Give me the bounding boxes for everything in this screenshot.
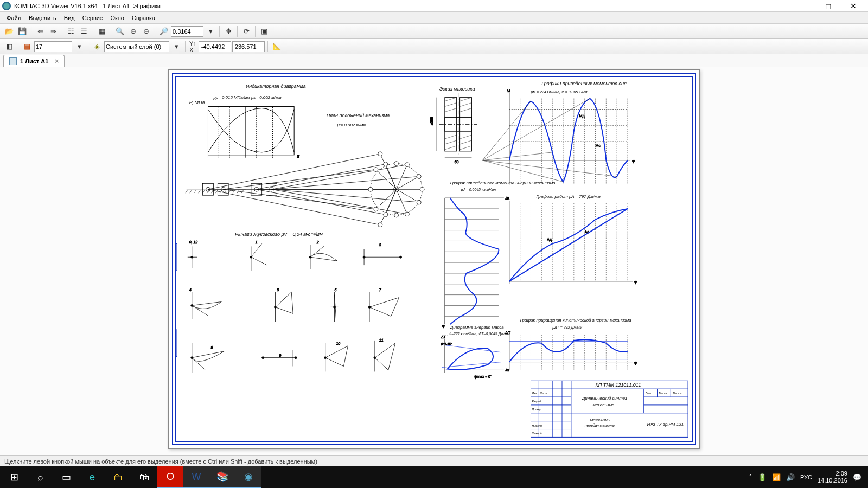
pan-icon[interactable]: ✥ (222, 25, 234, 37)
tray-chevron-icon[interactable]: ˄ (749, 473, 752, 481)
layer-dropdown-icon[interactable]: ▾ (170, 41, 182, 53)
kompas-taskbar-icon[interactable]: ◉ (235, 466, 261, 488)
coord-x-field[interactable] (199, 41, 231, 52)
svg-point-61 (417, 174, 421, 178)
svg-text:10: 10 (336, 342, 341, 345)
maximize-button[interactable]: ◻ (816, 1, 841, 11)
view-list-icon[interactable]: ☰ (78, 25, 90, 37)
number-combo[interactable] (34, 41, 72, 52)
svg-text:φ: φ (632, 158, 635, 163)
minimize-button[interactable]: — (791, 1, 816, 11)
svg-text:Mд: Mд (579, 114, 585, 118)
winrar-icon[interactable]: 📚 (209, 466, 235, 488)
svg-text:Jп: Jп (505, 368, 509, 372)
svg-text:Aс: Aс (585, 230, 590, 234)
open-file-icon[interactable]: 📂 (3, 25, 15, 37)
number-dropdown-icon[interactable]: ▾ (73, 41, 85, 53)
language-indicator[interactable]: РУС (800, 474, 812, 480)
svg-text:6: 6 (335, 288, 337, 292)
svg-line-51 (397, 189, 407, 214)
measure-icon[interactable]: 📐 (271, 41, 283, 53)
left-panel-icon[interactable]: ◧ (3, 41, 15, 53)
svg-text:5: 5 (277, 288, 279, 292)
menu-file[interactable]: Файл (3, 14, 24, 22)
zoom-dropdown-icon[interactable]: ▾ (205, 25, 216, 37)
sheet-icon[interactable]: ▤ (21, 41, 33, 53)
svg-line-83 (445, 135, 457, 139)
menu-help[interactable]: Справка (129, 14, 158, 22)
svg-point-70 (405, 212, 409, 216)
display-mode-icon[interactable]: ▣ (258, 25, 270, 37)
svg-point-60 (420, 187, 424, 191)
save-as-icon[interactable]: 💾 (16, 25, 28, 37)
toolbar-standard: 📂 💾 ⇐ ⇒ ☷ ☰ ▦ 🔍 ⊕ ⊖ 🔎 ▾ ✥ ⟳ ▣ (0, 24, 868, 39)
svg-rect-256 (531, 381, 688, 437)
task-view-icon[interactable]: ▭ (53, 466, 79, 488)
svg-text:Графики работ   μA = 797 Дж/мм: Графики работ μA = 797 Дж/мм (536, 194, 601, 199)
svg-point-71 (417, 200, 421, 204)
svg-text:КП ТММ 121011.011: КП ТММ 121011.011 (595, 382, 641, 388)
statusbar: Щелкните левой кнопкой мыши на объекте д… (0, 455, 868, 466)
svg-point-240 (262, 357, 264, 359)
drawing-content: Индикаторная диаграмма P, МПа μp= 0,015 … (176, 77, 692, 442)
svg-point-208 (363, 256, 365, 258)
svg-text:φ: φ (634, 360, 637, 365)
nav-forward-icon[interactable]: ⇒ (47, 25, 59, 37)
svg-line-85 (445, 146, 457, 150)
coord-label-icon: Y↑X (188, 40, 197, 53)
menu-window[interactable]: Окно (107, 14, 127, 22)
svg-point-253 (374, 357, 376, 359)
svg-text:ΔT: ΔT (441, 335, 446, 339)
svg-line-81 (460, 103, 472, 107)
zoom-in-icon[interactable]: ⊕ (127, 25, 139, 37)
zoom-value-combo[interactable] (171, 26, 203, 37)
wifi-icon[interactable]: 📶 (772, 473, 781, 481)
svg-point-199 (250, 256, 252, 258)
svg-line-230 (391, 298, 399, 317)
cortana-search-icon[interactable]: ⌕ (27, 466, 53, 488)
battery-icon[interactable]: 🔋 (758, 473, 767, 481)
drawing-canvas[interactable]: Индикаторная диаграмма P, МПа μp= 0,015 … (0, 67, 868, 455)
properties-icon[interactable]: ▦ (96, 25, 108, 37)
close-button[interactable]: ✕ (841, 1, 866, 11)
svg-rect-3 (208, 107, 294, 155)
action-center-icon[interactable]: 💬 (853, 473, 861, 481)
word-icon[interactable]: W (183, 466, 209, 488)
svg-text:3: 3 (379, 243, 381, 247)
view-tree-icon[interactable]: ☷ (65, 25, 77, 37)
zoom-fit-icon[interactable]: 🔍 (114, 25, 126, 37)
layer-icon[interactable]: ◈ (91, 41, 103, 53)
layer-combo[interactable] (104, 41, 169, 52)
svg-text:механизма: механизма (593, 402, 615, 407)
zoom-out-icon[interactable]: ⊖ (140, 25, 152, 37)
svg-line-82 (460, 108, 472, 112)
menu-select[interactable]: Выделить (25, 14, 60, 22)
store-icon[interactable]: 🛍 (131, 466, 157, 488)
svg-line-78 (445, 103, 457, 107)
menu-view[interactable]: Вид (61, 14, 78, 22)
document-icon (9, 57, 17, 65)
nav-back-icon[interactable]: ⇐ (34, 25, 46, 37)
svg-line-87 (460, 140, 472, 144)
menu-service[interactable]: Сервис (79, 14, 106, 22)
volume-icon[interactable]: 🔊 (786, 473, 795, 481)
svg-text:φ: φ (634, 279, 637, 284)
svg-line-217 (275, 292, 291, 307)
svg-point-64 (384, 162, 388, 166)
opera-icon[interactable]: O (157, 466, 183, 488)
clock[interactable]: 2:09 14.10.2016 (818, 470, 847, 484)
explorer-icon[interactable]: 🗀 (105, 466, 131, 488)
svg-line-235 (192, 358, 206, 370)
svg-text:μp= 0,015 МПа/мм   μs= 0,002 м: μp= 0,015 МПа/мм μs= 0,002 м/мм (213, 95, 282, 100)
tab-sheet-a1[interactable]: 1 Лист А1 × (3, 55, 65, 67)
svg-text:Эскиз маховика: Эскиз маховика (439, 86, 475, 92)
coord-y-field[interactable] (232, 41, 265, 52)
redraw-icon[interactable]: ⟳ (240, 25, 252, 37)
system-tray[interactable]: ˄ 🔋 📶 🔊 РУС 2:09 14.10.2016 💬 (749, 470, 867, 484)
zoom-window-icon[interactable]: 🔎 (158, 25, 170, 37)
svg-line-17 (199, 190, 201, 193)
edge-icon[interactable]: e (79, 466, 105, 488)
tab-close-icon[interactable]: × (55, 57, 59, 65)
svg-text:M: M (507, 88, 510, 93)
start-button[interactable]: ⊞ (1, 466, 27, 488)
